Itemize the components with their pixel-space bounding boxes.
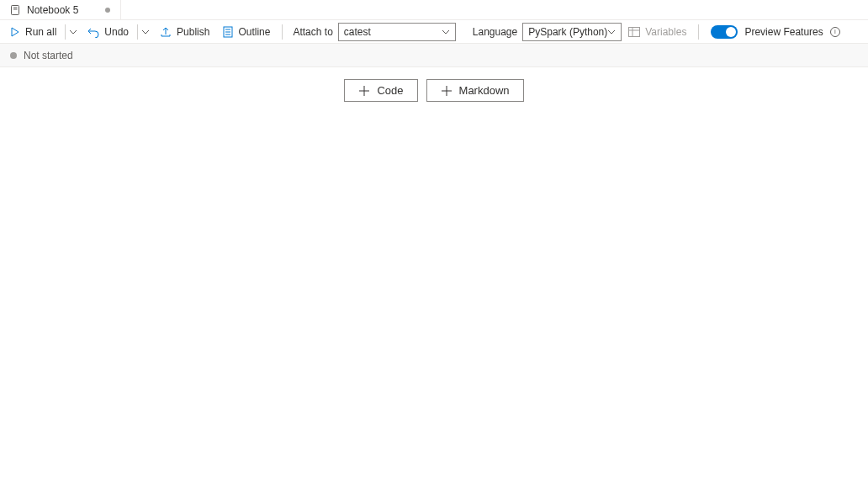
notebook-icon: [10, 5, 20, 15]
run-all-button[interactable]: Run all: [3, 22, 63, 42]
status-dot-icon: [10, 52, 17, 59]
undo-button[interactable]: Undo: [81, 22, 135, 42]
run-all-label: Run all: [25, 26, 56, 38]
preview-features-label: Preview Features: [744, 26, 823, 38]
variables-label: Variables: [645, 26, 686, 38]
content-area: Code Markdown: [0, 67, 868, 114]
notebook-tab[interactable]: Notebook 5: [0, 0, 121, 20]
toolbar: Run all Undo Publish Outline Attach to c…: [0, 20, 868, 44]
language-select[interactable]: PySpark (Python): [522, 23, 622, 41]
attach-to-value: catest: [344, 26, 371, 38]
svg-rect-7: [629, 27, 640, 36]
undo-dropdown[interactable]: [137, 24, 153, 40]
status-text: Not started: [24, 50, 73, 61]
separator: [282, 24, 283, 40]
publish-label: Publish: [177, 26, 209, 38]
svg-rect-0: [12, 5, 19, 14]
add-code-button[interactable]: Code: [344, 79, 417, 102]
play-icon: [10, 27, 20, 37]
chevron-down-icon: [442, 28, 450, 36]
outline-button[interactable]: Outline: [216, 22, 277, 42]
separator: [698, 24, 699, 40]
run-all-dropdown[interactable]: [65, 24, 81, 40]
status-bar: Not started: [0, 44, 868, 67]
tab-title: Notebook 5: [27, 4, 78, 16]
publish-icon: [160, 26, 172, 38]
unsaved-dot-icon: [105, 8, 110, 13]
tab-bar: Notebook 5: [0, 0, 868, 20]
undo-icon: [87, 26, 99, 38]
info-icon[interactable]: i: [830, 27, 840, 37]
outline-icon: [223, 26, 233, 38]
publish-button[interactable]: Publish: [153, 22, 216, 42]
add-markdown-button[interactable]: Markdown: [426, 79, 524, 102]
attach-to-label: Attach to: [288, 26, 337, 38]
chevron-down-icon: [607, 28, 616, 36]
attach-to-select[interactable]: catest: [338, 23, 456, 41]
undo-label: Undo: [104, 26, 129, 38]
add-code-label: Code: [377, 84, 403, 97]
language-value: PySpark (Python): [528, 26, 607, 38]
variables-button: Variables: [622, 22, 693, 42]
variables-icon: [628, 27, 640, 37]
preview-features-group: Preview Features i: [704, 25, 846, 39]
plus-icon: [358, 85, 370, 97]
outline-label: Outline: [238, 26, 270, 38]
plus-icon: [441, 85, 453, 97]
language-label: Language: [468, 26, 522, 38]
preview-features-toggle[interactable]: [711, 25, 738, 39]
add-markdown-label: Markdown: [459, 84, 510, 97]
